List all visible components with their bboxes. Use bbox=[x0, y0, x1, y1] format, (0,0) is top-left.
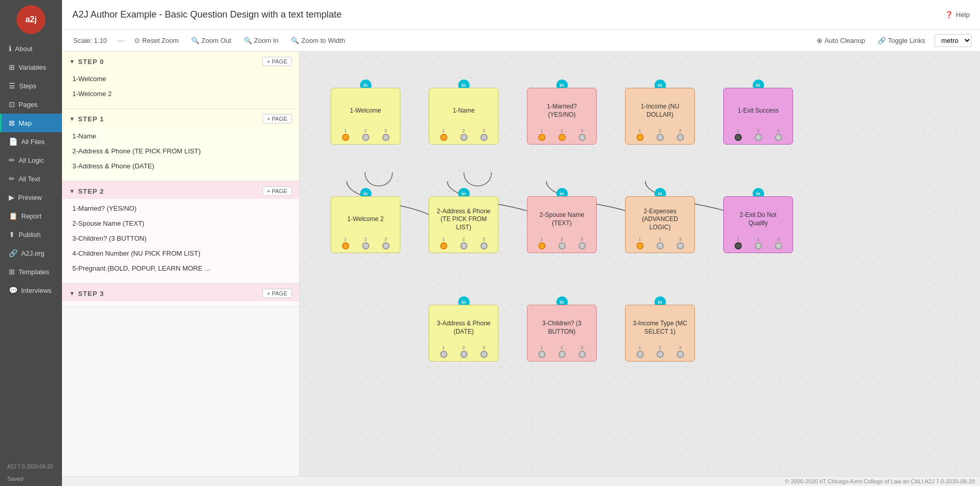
page-item[interactable]: 3-Children? (3 BUTTON) bbox=[62, 231, 299, 246]
sidebar-item-all-logic[interactable]: ✏ All Logic bbox=[0, 151, 62, 169]
connector-dot-gray[interactable] bbox=[460, 134, 468, 141]
connector-dot-gray[interactable] bbox=[480, 242, 488, 249]
node-card-2-expenses[interactable]: 2-Expenses (ADVANCED LOGIC) 1 2 bbox=[625, 196, 695, 253]
connector-dot-orange[interactable] bbox=[440, 134, 447, 141]
connector-dot-gray[interactable] bbox=[538, 351, 546, 358]
connector-dot-gray[interactable] bbox=[677, 242, 684, 249]
node-card-2-spouse-name[interactable]: 2-Spouse Name (TEXT) 1 2 bbox=[527, 196, 597, 253]
connector-dot-gray[interactable] bbox=[460, 351, 468, 358]
node-wrapper-2-spouse-name: in 2-Spouse Name (TEXT) 1 2 bbox=[527, 196, 597, 253]
node-card-3-income-type[interactable]: 3-Income Type (MC SELECT 1) 1 2 bbox=[625, 305, 695, 362]
sidebar-item-report[interactable]: 📋 Report bbox=[0, 207, 62, 225]
zoom-out-button[interactable]: 🔍 Zoom Out bbox=[188, 35, 235, 46]
sidebar-item-a2jorg[interactable]: 🔗 A2J.org bbox=[0, 244, 62, 262]
step-0-add-page[interactable]: + PAGE bbox=[262, 57, 292, 66]
sidebar-item-interviews[interactable]: 💬 Interviews bbox=[0, 281, 62, 300]
connector-dot-gray[interactable] bbox=[579, 134, 586, 141]
connector-dot-orange[interactable] bbox=[636, 242, 644, 249]
node-card-3-children[interactable]: 3-Children? (3 BUTTON) 1 2 bbox=[527, 305, 597, 362]
connector-dot-gray[interactable] bbox=[755, 242, 762, 249]
connector-dot-orange[interactable] bbox=[558, 134, 566, 141]
zoom-in-button[interactable]: 🔍 Zoom In bbox=[241, 35, 282, 46]
reset-zoom-button[interactable]: ⊙ Reset Zoom bbox=[131, 35, 182, 46]
connector-dot-gray[interactable] bbox=[657, 134, 664, 141]
connector-1: 1 bbox=[636, 345, 644, 358]
sidebar-item-all-files[interactable]: 📄 All Files bbox=[0, 132, 62, 151]
sidebar-item-about[interactable]: ℹ About bbox=[0, 39, 62, 58]
connector-dot-gray[interactable] bbox=[440, 351, 447, 358]
app-logo[interactable]: a2j bbox=[17, 5, 45, 34]
sidebar-item-variables[interactable]: ⊞ Variables bbox=[0, 58, 62, 76]
connector-dot-gray[interactable] bbox=[362, 134, 369, 141]
connector-dot-dark[interactable] bbox=[735, 242, 742, 249]
page-item[interactable]: 2-Address & Phone (TE PICK FROM LIST) bbox=[62, 144, 299, 159]
help-button[interactable]: ❓ Help bbox=[945, 11, 970, 19]
auto-cleanup-button[interactable]: ⊕ Auto Cleanup bbox=[814, 35, 868, 46]
map-row-1: in 1-Welcome 1 2 bbox=[310, 77, 970, 145]
connector-dot-gray[interactable] bbox=[677, 351, 684, 358]
connector-dot-gray[interactable] bbox=[558, 242, 566, 249]
node-wrapper-1-welcome2: in 1-Welcome 2 1 2 bbox=[331, 196, 400, 253]
toggle-links-button[interactable]: 🔗 Toggle Links bbox=[875, 35, 928, 46]
step-2-chevron[interactable]: ▼ bbox=[69, 188, 75, 194]
step-3-add-page[interactable]: + PAGE bbox=[262, 289, 292, 298]
theme-select[interactable]: metro bbox=[935, 34, 972, 47]
connector-dot-orange[interactable] bbox=[342, 242, 349, 249]
page-item[interactable]: 1-Married? (YES/NO) bbox=[62, 201, 299, 216]
map-canvas[interactable]: in 1-Welcome 1 2 bbox=[300, 52, 980, 476]
connector-dot-gray[interactable] bbox=[677, 134, 684, 141]
sidebar-item-map[interactable]: ⊠ Map bbox=[0, 114, 62, 132]
node-card-2-exit-dnq[interactable]: 2-Exit Do Not Qualify 1 2 bbox=[723, 196, 793, 253]
connector-dot-gray[interactable] bbox=[579, 351, 586, 358]
connector-dot-orange[interactable] bbox=[538, 242, 546, 249]
zoom-to-width-button[interactable]: 🔍 Zoom to Width bbox=[288, 35, 348, 46]
page-item[interactable]: 3-Address & Phone (DATE) bbox=[62, 159, 299, 174]
page-item[interactable]: 1-Name bbox=[62, 129, 299, 144]
connector-dot-gray[interactable] bbox=[362, 242, 369, 249]
step-2-add-page[interactable]: + PAGE bbox=[262, 186, 292, 196]
node-card-3-address-date[interactable]: 3-Address & Phone (DATE) 1 2 bbox=[429, 305, 499, 362]
sidebar-item-preview[interactable]: ▶ Preview bbox=[0, 188, 62, 207]
connector-dot-gray[interactable] bbox=[579, 242, 586, 249]
connector-dot-gray[interactable] bbox=[382, 134, 390, 141]
connector-dot-gray[interactable] bbox=[480, 134, 488, 141]
sidebar-item-all-text[interactable]: ✏ All Text bbox=[0, 169, 62, 188]
connector-dot-gray[interactable] bbox=[480, 351, 488, 358]
page-item[interactable]: 2-Spouse Name (TEXT) bbox=[62, 216, 299, 231]
step-1-add-page[interactable]: + PAGE bbox=[262, 114, 292, 123]
node-card-1-income[interactable]: 1-Income (NU DOLLAR) 1 2 bbox=[625, 88, 695, 145]
sidebar-item-steps[interactable]: ☰ Steps bbox=[0, 76, 62, 95]
page-item[interactable]: 4-Children Number (NU PICK FROM LIST) bbox=[62, 246, 299, 261]
connector-dot-dark[interactable] bbox=[735, 134, 742, 141]
step-1-chevron[interactable]: ▼ bbox=[69, 116, 75, 122]
connector-dot-gray[interactable] bbox=[558, 351, 566, 358]
page-item[interactable]: 5-Pregnant (BOLD, POPUP, LEARN MORE ... bbox=[62, 261, 299, 276]
connector-dot-gray[interactable] bbox=[657, 351, 664, 358]
connector-dot-orange[interactable] bbox=[538, 134, 546, 141]
connector-dot-orange[interactable] bbox=[636, 134, 644, 141]
connector-dot-gray[interactable] bbox=[657, 242, 664, 249]
connector-dot-gray[interactable] bbox=[636, 351, 644, 358]
sidebar-item-templates[interactable]: ⊞ Templates bbox=[0, 262, 62, 281]
sidebar-item-pages[interactable]: ⊡ Pages bbox=[0, 95, 62, 114]
connector-3: 3 bbox=[775, 237, 782, 249]
connector-dot-gray[interactable] bbox=[382, 242, 390, 249]
node-card-2-address-te[interactable]: 2-Address & Phone (TE PICK FROM LIST) 1 … bbox=[429, 196, 499, 253]
page-item[interactable]: 1-Welcome 2 bbox=[62, 86, 299, 101]
node-card-1-welcome2[interactable]: 1-Welcome 2 1 2 bbox=[331, 196, 400, 253]
connector-dot-gray[interactable] bbox=[460, 242, 468, 249]
connector-dot-orange[interactable] bbox=[342, 134, 349, 141]
connector-dot-orange[interactable] bbox=[440, 242, 447, 249]
sidebar-item-publish[interactable]: ⬆ Publish bbox=[0, 225, 62, 244]
page-item[interactable]: 1-Welcome bbox=[62, 71, 299, 86]
connector-dot-gray[interactable] bbox=[775, 134, 782, 141]
node-card-1-married[interactable]: 1-Married?(YES/NO) 1 2 bbox=[527, 88, 597, 145]
step-0-chevron[interactable]: ▼ bbox=[69, 58, 75, 65]
connector-dot-gray[interactable] bbox=[755, 134, 762, 141]
step-3-chevron[interactable]: ▼ bbox=[69, 290, 75, 296]
connector-dot-gray[interactable] bbox=[775, 242, 782, 249]
node-card-1-welcome[interactable]: 1-Welcome 1 2 bbox=[331, 88, 400, 145]
node-card-1-name[interactable]: 1-Name 1 2 bbox=[429, 88, 499, 145]
node-wrapper-2-address-te: in 2-Address & Phone (TE PICK FROM LIST)… bbox=[429, 196, 499, 253]
node-card-1-exit-success[interactable]: 1-Exit Success 1 2 bbox=[723, 88, 793, 145]
